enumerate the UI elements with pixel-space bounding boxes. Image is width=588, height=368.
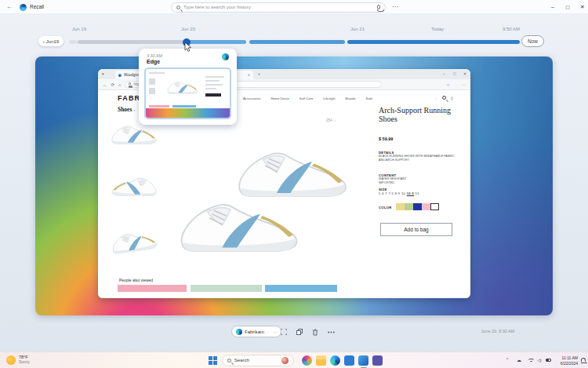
color-swatch-navy[interactable] bbox=[413, 203, 422, 210]
weather-sun-icon[interactable] bbox=[6, 355, 16, 365]
volume-icon[interactable]: ◁) bbox=[537, 358, 542, 363]
timeline-segment[interactable] bbox=[347, 40, 520, 44]
mouse-cursor-icon bbox=[184, 42, 192, 52]
content-line: IMPORTED bbox=[379, 181, 455, 185]
details-text: BLACK RUNNING SHOES WITH BREATHABLE FABR… bbox=[379, 155, 455, 162]
also-viewed-card[interactable] bbox=[191, 285, 262, 292]
snapshot-time: 3:30 AM bbox=[147, 53, 162, 58]
onedrive-cloud-icon[interactable]: ☁ bbox=[517, 357, 521, 363]
timeline-label: 9:50 AM bbox=[503, 27, 520, 31]
new-tab-button[interactable]: + bbox=[258, 71, 260, 76]
breadcrumb-label: Shoes bbox=[118, 106, 132, 113]
product-thumbnail[interactable] bbox=[110, 222, 158, 264]
edge-icon[interactable] bbox=[330, 355, 340, 366]
recall-icon[interactable] bbox=[358, 355, 368, 366]
clock-date: 6/22/2024 bbox=[553, 361, 578, 366]
store-icon[interactable] bbox=[344, 355, 354, 366]
timeline-label: Jun 21 bbox=[350, 27, 365, 31]
weather-condition[interactable]: Sunny bbox=[19, 360, 30, 364]
product-title: Arch-Support Running Shoes bbox=[379, 106, 455, 123]
minimize-button[interactable]: – bbox=[546, 0, 559, 14]
taskbar-search-label: Search bbox=[234, 358, 278, 363]
file-explorer-icon[interactable] bbox=[316, 355, 326, 366]
taskbar: 78°F Sunny Search ^ ☁ ◁) 11:11 AM 6/22/2… bbox=[0, 352, 588, 368]
back-icon[interactable]: ← bbox=[6, 0, 13, 14]
color-swatch-pink[interactable] bbox=[422, 203, 430, 210]
snapshot-app-label: Fabrikam bbox=[245, 330, 264, 334]
bag-icon[interactable]: ▯ bbox=[451, 96, 453, 100]
size-options[interactable]: 5 6 7 7.5 8 9 10 10.5 11 bbox=[379, 191, 455, 195]
browser-close-icon[interactable]: ✕ bbox=[463, 71, 466, 76]
now-label: Now bbox=[528, 38, 538, 44]
breadcrumb[interactable]: Shoes › bbox=[118, 106, 135, 113]
browser-maximize-icon[interactable]: ▢ bbox=[453, 71, 456, 75]
now-button[interactable]: Now bbox=[521, 35, 544, 47]
close-button[interactable]: ✕ bbox=[576, 0, 588, 14]
browser-home-icon[interactable]: ⌂ bbox=[118, 82, 121, 87]
also-viewed-heading: People also viewed bbox=[119, 278, 153, 282]
account-icon[interactable]: ◌ bbox=[435, 96, 437, 100]
size-selected[interactable]: 10.5 bbox=[407, 191, 414, 195]
more-options-icon[interactable]: ⋯ bbox=[392, 0, 398, 14]
lock-icon bbox=[129, 82, 131, 85]
tab-close-icon[interactable]: ✕ bbox=[248, 73, 250, 77]
start-button[interactable] bbox=[209, 356, 217, 365]
color-swatch-green[interactable] bbox=[405, 203, 413, 210]
nav-item-home-decor[interactable]: Home Decor bbox=[270, 97, 289, 100]
timeline-track-past[interactable] bbox=[78, 40, 186, 44]
snapshot-preview-thumbnail[interactable] bbox=[144, 67, 231, 119]
nav-item-sale[interactable]: Sale bbox=[366, 97, 372, 100]
app-title: Recall bbox=[30, 4, 44, 9]
pill-more-icon[interactable]: ⋯ bbox=[273, 330, 277, 334]
wifi-icon[interactable] bbox=[528, 359, 534, 364]
color-swatches bbox=[396, 203, 439, 210]
timeline-segment[interactable] bbox=[249, 40, 345, 44]
taskbar-clock[interactable]: 11:11 AM 6/22/2024 bbox=[553, 355, 578, 366]
also-viewed-card[interactable] bbox=[118, 285, 187, 292]
profile-icon[interactable]: ◌ bbox=[455, 82, 457, 87]
jump-to-date-button[interactable]: ‹ Jun19 bbox=[38, 36, 64, 46]
nav-item-lifestyle[interactable]: Lifestyle bbox=[323, 97, 335, 100]
color-swatch-white[interactable] bbox=[430, 203, 439, 210]
teams-icon[interactable] bbox=[372, 355, 383, 366]
snapshot-preview-tooltip[interactable]: 3:30 AM Edge bbox=[139, 49, 237, 125]
history-search-input[interactable]: Type here to search your history bbox=[171, 2, 386, 13]
delete-snapshot-button[interactable] bbox=[310, 327, 320, 337]
sizes-text: 11 bbox=[414, 191, 419, 195]
product-thumbnail[interactable] bbox=[110, 169, 158, 206]
nav-item-brands[interactable]: Brands bbox=[345, 97, 355, 100]
edge-icon bbox=[222, 53, 229, 60]
battery-icon[interactable] bbox=[546, 359, 551, 362]
snapshot-app-pill[interactable]: Fabrikam ⋯ bbox=[231, 326, 281, 337]
taskbar-search[interactable]: Search bbox=[222, 355, 294, 366]
timeline-segment[interactable] bbox=[186, 40, 246, 44]
copilot-icon[interactable] bbox=[302, 355, 312, 366]
tray-chevron-icon[interactable]: ^ bbox=[506, 357, 508, 362]
browser-more-icon[interactable]: ⋯ bbox=[462, 82, 466, 87]
product-main-image[interactable] bbox=[172, 116, 353, 280]
timeline-label: Jun 20 bbox=[181, 27, 195, 31]
snapshot-app-name: Edge bbox=[147, 59, 160, 64]
tab-actions-icon[interactable]: ▾ bbox=[102, 71, 104, 76]
add-to-bag-button[interactable]: Add to bag bbox=[380, 223, 452, 236]
maximize-button[interactable]: ▢ bbox=[561, 0, 574, 14]
browser-back-icon[interactable]: ← bbox=[103, 82, 107, 87]
store-search-icon[interactable] bbox=[442, 96, 446, 100]
chevron-left-icon: ‹ bbox=[43, 39, 45, 44]
timeline-track-past[interactable] bbox=[69, 40, 78, 44]
browser-minimize-icon[interactable]: – bbox=[443, 71, 445, 76]
copy-snapshot-button[interactable] bbox=[295, 327, 304, 337]
browser-refresh-icon[interactable]: ⟳ bbox=[111, 82, 115, 87]
wallpaper-stripe bbox=[146, 108, 231, 118]
search-icon bbox=[176, 5, 180, 9]
nav-item-self-care[interactable]: Self Care bbox=[299, 97, 313, 100]
notification-bell-icon[interactable] bbox=[581, 358, 586, 362]
snapshot-more-button[interactable] bbox=[326, 327, 336, 337]
nav-item-accessories[interactable]: Accessories bbox=[243, 97, 261, 100]
favorites-star-icon[interactable]: ☆ bbox=[447, 82, 450, 87]
also-viewed-card[interactable] bbox=[265, 285, 337, 292]
mic-icon[interactable] bbox=[377, 5, 380, 9]
weather-temp[interactable]: 78°F bbox=[19, 355, 28, 359]
tab-favicon-icon bbox=[118, 74, 122, 77]
color-swatch-yellow[interactable] bbox=[396, 203, 405, 210]
